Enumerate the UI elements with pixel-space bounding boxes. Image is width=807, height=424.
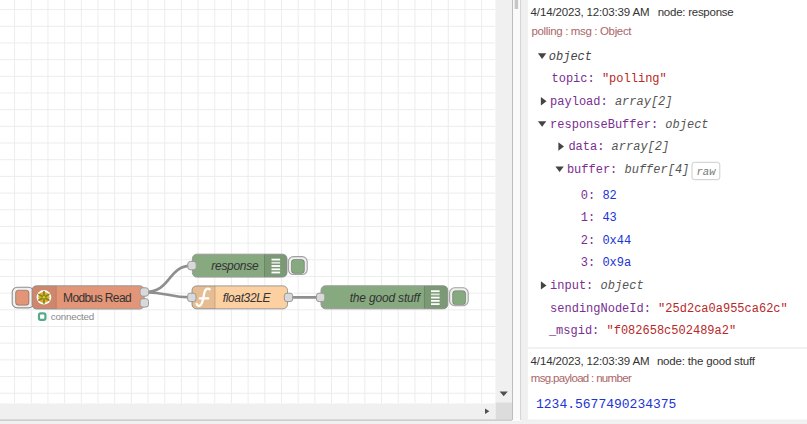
svg-text:msg.payload : number: msg.payload : number xyxy=(531,372,632,384)
svg-text:object: object xyxy=(549,50,592,64)
svg-text:4/14/2023, 12:03:39 AM: 4/14/2023, 12:03:39 AM xyxy=(531,355,650,367)
svg-text:topic: "polling": topic: "polling" xyxy=(552,72,667,86)
svg-text:the good stuff: the good stuff xyxy=(350,291,422,305)
svg-text:float32LE: float32LE xyxy=(223,291,272,305)
svg-text:data: array[2]: data: array[2] xyxy=(568,140,669,154)
svg-text:polling : msg : Object: polling : msg : Object xyxy=(532,25,633,37)
svg-text:responseBuffer: object: responseBuffer: object xyxy=(550,118,708,132)
svg-text:1234.5677490234375: 1234.5677490234375 xyxy=(536,397,676,412)
svg-text:raw: raw xyxy=(697,166,717,178)
svg-text:node: the good stuff: node: the good stuff xyxy=(657,355,756,367)
svg-text:connected: connected xyxy=(51,311,95,322)
svg-text:Modbus Read: Modbus Read xyxy=(63,291,132,305)
svg-text:_msgid: "f082658c502489a2": _msgid: "f082658c502489a2" xyxy=(548,324,736,338)
svg-text:buffer: buffer[4]: buffer: buffer[4] xyxy=(567,163,689,177)
svg-text:payload: array[2]: payload: array[2] xyxy=(550,95,672,109)
svg-text:4/14/2023, 12:03:39 AM: 4/14/2023, 12:03:39 AM xyxy=(531,6,650,18)
svg-text:2: 0x44: 2: 0x44 xyxy=(581,234,631,248)
svg-text:input: object: input: object xyxy=(550,279,644,293)
svg-text:sendingNodeId: "25d2ca0a955ca6: sendingNodeId: "25d2ca0a955ca62c" xyxy=(550,302,788,316)
svg-text:response: response xyxy=(211,259,259,273)
svg-text:node: response: node: response xyxy=(658,6,734,18)
svg-text:3: 0x9a: 3: 0x9a xyxy=(581,256,631,270)
svg-text:1: 43: 1: 43 xyxy=(581,211,617,225)
svg-text:0: 82: 0: 82 xyxy=(581,189,617,203)
